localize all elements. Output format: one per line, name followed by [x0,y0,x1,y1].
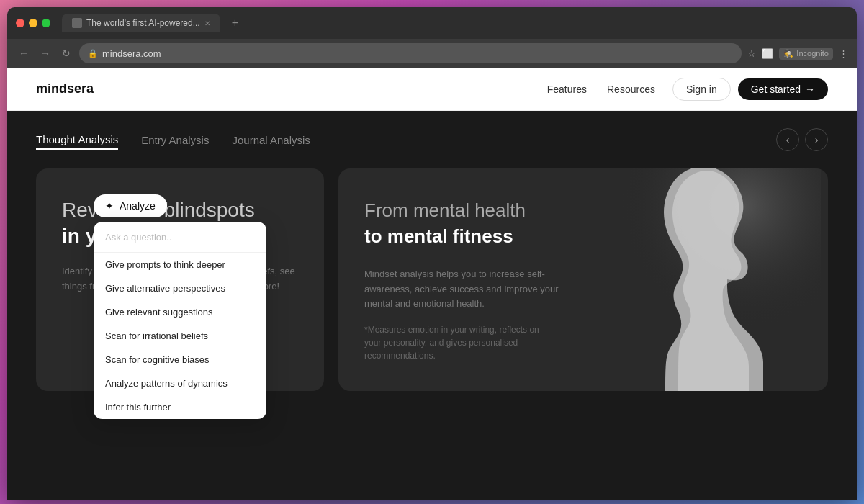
incognito-badge: 🕵 Incognito [779,48,833,60]
browser-window: The world's first AI-powered... ✕ + ← → … [7,7,857,500]
tab-entry-analysis[interactable]: Entry Analysis [141,131,209,149]
menu-icon[interactable]: ⋮ [839,48,848,59]
analyze-button[interactable]: ✦ Analyze [94,194,167,217]
signin-button[interactable]: Sign in [672,78,731,101]
url-text: mindsera.com [102,48,161,59]
right-card-note: *Measures emotion in your writing, refle… [364,323,552,362]
dropdown-item-1[interactable]: Give prompts to think deeper [94,253,266,276]
tabs-row: Thought Analysis Entry Analysis Journal … [36,128,828,151]
arrow-right-icon: → [805,84,815,95]
right-card-description: Mindset analysis helps you to increase s… [364,267,566,312]
right-card: From mental health to mental fitness Min… [338,168,828,391]
analyze-label: Analyze [120,200,156,212]
tab-thought-analysis[interactable]: Thought Analysis [36,130,118,150]
bookmark-icon[interactable]: ☆ [747,48,756,59]
new-tab-button[interactable]: + [226,17,244,30]
dropdown-item-7[interactable]: Infer this further [94,395,266,419]
minimize-window-button[interactable] [29,19,37,27]
dropdown-item-2[interactable]: Give alternative perspectives [94,276,266,300]
address-bar[interactable]: 🔒 mindsera.com [79,43,742,63]
lock-icon: 🔒 [88,49,98,58]
browser-tab[interactable]: The world's first AI-powered... ✕ [62,14,220,32]
getstarted-label: Get started [751,84,801,95]
tab-close-button[interactable]: ✕ [204,19,210,27]
dropdown-item-4[interactable]: Scan for irrational beliefs [94,324,266,348]
website: mindsera Features Resources Sign in Get … [7,68,857,500]
back-button[interactable]: ← [16,45,32,62]
mental-headline-1: From mental health [364,199,526,221]
next-arrow-button[interactable]: › [805,128,828,151]
incognito-icon: 🕵 [783,49,793,58]
nav-link-features[interactable]: Features [547,84,587,95]
cards-row: Reveal the blindspots in your thinking I… [36,168,828,391]
site-nav: mindsera Features Resources Sign in Get … [7,68,857,111]
reload-button[interactable]: ↻ [59,45,73,62]
browser-toolbar-right: ☆ ⬜ 🕵 Incognito ⋮ [747,48,848,60]
traffic-lights [16,19,50,27]
dropdown-search-input[interactable] [105,232,255,243]
sparkle-icon: ✦ [105,200,114,212]
dropdown-item-6[interactable]: Analyze patterns of dynamics [94,372,266,395]
tab-title: The world's first AI-powered... [86,18,200,28]
browser-toolbar: ← → ↻ 🔒 mindsera.com ☆ ⬜ 🕵 Incognito ⋮ [7,39,857,68]
dropdown-search-container [94,222,266,253]
tab-journal-analysis[interactable]: Journal Analysis [232,131,310,149]
close-window-button[interactable] [16,19,24,27]
site-logo: mindsera [36,81,94,96]
incognito-label: Incognito [796,49,829,58]
tab-favicon [72,18,82,28]
analyze-dropdown: Give prompts to think deeper Give altern… [94,222,266,419]
analyze-container: ✦ Analyze Give prompts to think deeper G… [94,194,266,419]
prev-arrow-button[interactable]: ‹ [776,128,799,151]
forward-button[interactable]: → [37,45,53,62]
fullscreen-window-button[interactable] [42,19,50,27]
tabs-navigation: ‹ › [776,128,828,151]
dropdown-item-3[interactable]: Give relevant suggestions [94,300,266,324]
left-card: Reveal the blindspots in your thinking I… [36,168,324,391]
head-silhouette [619,168,828,391]
dropdown-item-5[interactable]: Scan for cognitive biases [94,348,266,372]
getstarted-button[interactable]: Get started → [738,78,828,100]
nav-link-resources[interactable]: Resources [607,84,655,95]
nav-links: Features Resources [547,84,655,95]
main-section: Thought Analysis Entry Analysis Journal … [7,111,857,500]
browser-titlebar: The world's first AI-powered... ✕ + [7,7,857,39]
extensions-icon[interactable]: ⬜ [762,48,773,59]
